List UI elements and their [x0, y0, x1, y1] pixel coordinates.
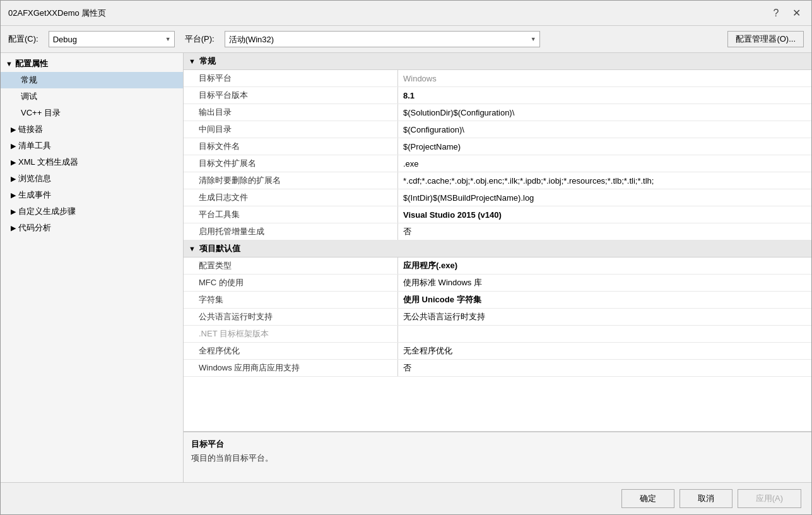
prop-name-charset: 字符集: [184, 292, 398, 308]
prop-row-intermediate-dir[interactable]: 中间目录 $(Configuration)\: [184, 121, 811, 138]
config-label: 配置(C):: [8, 33, 38, 45]
prop-name-intermediate-dir: 中间目录: [184, 121, 398, 138]
browse-arrow: ▶: [11, 175, 16, 183]
prop-name-dotnet-version: .NET 目标框架版本: [184, 326, 398, 342]
prop-row-target-name[interactable]: 目标文件名 $(ProjectName): [184, 138, 811, 155]
prop-name-lto: 全程序优化: [184, 343, 398, 359]
section-defaults-label: 项目默认值: [199, 243, 240, 254]
build-events-arrow: ▶: [11, 191, 16, 199]
section-defaults-header[interactable]: ▼ 项目默认值: [184, 240, 811, 258]
prop-name-mfc-use: MFC 的使用: [184, 275, 398, 291]
prop-value-mfc-use: 使用标准 Windows 库: [398, 275, 811, 291]
sidebar-item-custom-build[interactable]: ▶ 自定义生成步骤: [1, 203, 183, 220]
prop-name-output-dir: 输出目录: [184, 104, 398, 121]
sidebar: ▼ 配置属性 常规 调试 VC++ 目录 ▶ 链接器 ▶ 清单工具 ▶ XML …: [1, 53, 184, 482]
prop-row-mfc-use[interactable]: MFC 的使用 使用标准 Windows 库: [184, 275, 811, 292]
prop-row-build-log[interactable]: 生成日志文件 $(IntDir)$(MSBuildProjectName).lo…: [184, 189, 811, 206]
prop-name-config-type: 配置类型: [184, 258, 398, 274]
prop-row-target-version[interactable]: 目标平台版本 8.1: [184, 87, 811, 104]
sidebar-item-xml-doc[interactable]: ▶ XML 文档生成器: [1, 154, 183, 170]
prop-row-config-type[interactable]: 配置类型 应用程序(.exe): [184, 258, 811, 275]
config-select[interactable]: Debug Release: [49, 31, 175, 47]
linker-label: 链接器: [18, 124, 43, 135]
dialog: 02AFXGetXXDemo 属性页 ? ✕ 配置(C): Debug Rele…: [0, 0, 812, 515]
info-description: 项目的当前目标平台。: [191, 453, 804, 464]
ok-button[interactable]: 确定: [621, 489, 674, 508]
close-button[interactable]: ✕: [789, 6, 804, 21]
code-analysis-label: 代码分析: [18, 222, 51, 234]
prop-row-lto[interactable]: 全程序优化 无全程序优化: [184, 343, 811, 360]
help-button[interactable]: ?: [768, 6, 784, 21]
prop-name-store-support: Windows 应用商店应用支持: [184, 360, 398, 376]
prop-value-target-platform: Windows: [398, 71, 811, 86]
prop-value-lto: 无全程序优化: [398, 343, 811, 359]
dialog-title: 02AFXGetXXDemo 属性页: [8, 8, 106, 19]
prop-value-store-support: 否: [398, 360, 811, 376]
info-title: 目标平台: [191, 439, 804, 450]
sidebar-root-label: 配置属性: [15, 58, 48, 69]
build-events-label: 生成事件: [18, 189, 51, 201]
prop-name-target-name: 目标文件名: [184, 138, 398, 155]
sidebar-item-debug[interactable]: 调试: [1, 88, 183, 105]
manifest-arrow: ▶: [11, 142, 16, 150]
prop-value-target-version: 8.1: [398, 88, 811, 103]
prop-row-store-support[interactable]: Windows 应用商店应用支持 否: [184, 360, 811, 377]
prop-name-managed-incremental: 启用托管增量生成: [184, 223, 398, 240]
sidebar-root[interactable]: ▼ 配置属性: [1, 56, 183, 72]
linker-arrow: ▶: [11, 126, 16, 134]
platform-select[interactable]: 活动(Win32) x64: [225, 31, 540, 47]
prop-value-clr-support: 无公共语言运行时支持: [398, 309, 811, 325]
prop-name-target-platform: 目标平台: [184, 70, 398, 86]
sidebar-item-vc-dirs[interactable]: VC++ 目录: [1, 105, 183, 121]
prop-name-target-ext: 目标文件扩展名: [184, 155, 398, 172]
prop-name-build-log: 生成日志文件: [184, 189, 398, 206]
prop-row-platform-toolset[interactable]: 平台工具集 Visual Studio 2015 (v140): [184, 206, 811, 223]
prop-row-target-platform[interactable]: 目标平台 Windows: [184, 70, 811, 87]
properties-area: ▼ 常规 目标平台 Windows 目标平台版本 8.1 输出目录 $(Solu…: [184, 53, 811, 432]
prop-row-clean-ext[interactable]: 清除时要删除的扩展名 *.cdf;*.cache;*.obj;*.obj.enc…: [184, 172, 811, 189]
prop-row-target-ext[interactable]: 目标文件扩展名 .exe: [184, 155, 811, 172]
prop-value-build-log: $(IntDir)$(MSBuildProjectName).log: [398, 191, 811, 205]
sidebar-item-browse[interactable]: ▶ 浏览信息: [1, 170, 183, 187]
sidebar-item-code-analysis[interactable]: ▶ 代码分析: [1, 220, 183, 236]
prop-value-managed-incremental: 否: [398, 223, 811, 240]
section-general-label: 常规: [199, 56, 216, 67]
sidebar-item-manifest[interactable]: ▶ 清单工具: [1, 138, 183, 154]
browse-label: 浏览信息: [18, 173, 51, 184]
config-manager-button[interactable]: 配置管理器(O)...: [727, 31, 804, 47]
prop-name-platform-toolset: 平台工具集: [184, 206, 398, 223]
section-general-header[interactable]: ▼ 常规: [184, 53, 811, 70]
section-defaults-arrow: ▼: [189, 245, 196, 252]
prop-row-dotnet-version[interactable]: .NET 目标框架版本: [184, 326, 811, 343]
prop-row-output-dir[interactable]: 输出目录 $(SolutionDir)$(Configuration)\: [184, 104, 811, 121]
prop-row-managed-incremental[interactable]: 启用托管增量生成 否: [184, 223, 811, 240]
platform-label: 平台(P):: [185, 33, 215, 45]
info-panel: 目标平台 项目的当前目标平台。: [184, 432, 811, 482]
section-general-arrow: ▼: [189, 57, 196, 65]
custom-build-label: 自定义生成步骤: [18, 206, 76, 217]
prop-value-target-name: $(ProjectName): [398, 139, 811, 154]
prop-row-charset[interactable]: 字符集 使用 Unicode 字符集: [184, 292, 811, 309]
toolbar: 配置(C): Debug Release 平台(P): 活动(Win32) x6…: [1, 26, 811, 53]
cancel-button[interactable]: 取消: [680, 489, 733, 508]
prop-value-config-type: 应用程序(.exe): [398, 258, 811, 274]
custom-build-arrow: ▶: [11, 208, 16, 216]
apply-button[interactable]: 应用(A): [738, 489, 801, 508]
prop-value-clean-ext: *.cdf;*.cache;*.obj;*.obj.enc;*.ilk;*.ip…: [398, 174, 811, 188]
prop-name-clr-support: 公共语言运行时支持: [184, 309, 398, 325]
sidebar-item-linker[interactable]: ▶ 链接器: [1, 121, 183, 138]
sidebar-root-arrow: ▼: [6, 60, 13, 68]
config-select-wrapper: Debug Release: [49, 31, 175, 47]
title-bar: 02AFXGetXXDemo 属性页 ? ✕: [1, 1, 811, 26]
sidebar-item-build-events[interactable]: ▶ 生成事件: [1, 187, 183, 203]
prop-row-clr-support[interactable]: 公共语言运行时支持 无公共语言运行时支持: [184, 309, 811, 326]
sidebar-item-general[interactable]: 常规: [1, 72, 183, 88]
title-bar-controls: ? ✕: [768, 6, 804, 21]
manifest-label: 清单工具: [18, 140, 51, 151]
prop-value-output-dir: $(SolutionDir)$(Configuration)\: [398, 105, 811, 120]
prop-name-target-version: 目标平台版本: [184, 87, 398, 104]
right-panel: ▼ 常规 目标平台 Windows 目标平台版本 8.1 输出目录 $(Solu…: [184, 53, 811, 482]
prop-value-intermediate-dir: $(Configuration)\: [398, 122, 811, 137]
prop-value-target-ext: .exe: [398, 157, 811, 171]
prop-value-charset: 使用 Unicode 字符集: [398, 292, 811, 308]
